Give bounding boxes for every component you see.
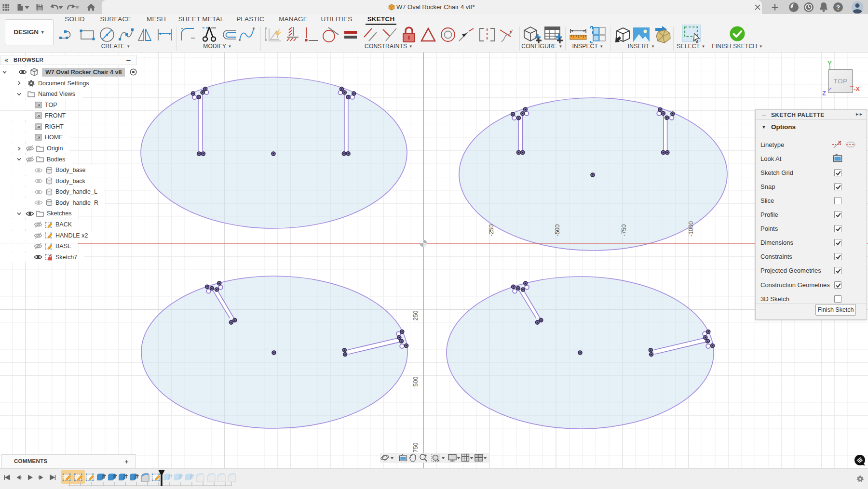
svg-text:250: 250 <box>412 311 419 321</box>
svg-text:-250: -250 <box>488 224 495 236</box>
svg-text:500: 500 <box>412 377 419 387</box>
svg-text:750: 750 <box>412 443 419 453</box>
svg-text:-750: -750 <box>621 224 627 236</box>
svg-text:?: ? <box>836 4 840 11</box>
svg-text:-1000: -1000 <box>688 221 694 237</box>
svg-text:-500: -500 <box>554 224 561 236</box>
